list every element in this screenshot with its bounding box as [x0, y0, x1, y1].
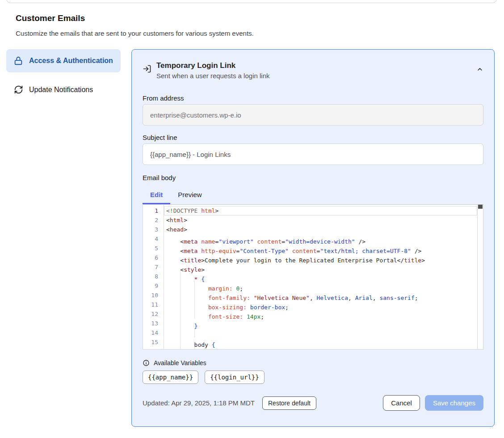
login-icon: [143, 64, 151, 73]
chevron-up-icon: [476, 66, 483, 73]
code-editor[interactable]: 12345678910111213141516 <!DOCTYPE html><…: [143, 204, 483, 350]
code-line: margin: 0;: [164, 281, 477, 291]
restore-default-button[interactable]: Restore default: [262, 396, 316, 410]
sidebar-item-label: Access & Authentication: [29, 55, 113, 66]
code-line: <meta name="viewport" content="width=dev…: [164, 234, 477, 244]
line-number: 7: [143, 262, 158, 272]
code-line: <title>Complete your login to the Replic…: [164, 253, 477, 262]
collapse-panel-button[interactable]: [476, 66, 483, 73]
line-number: 10: [143, 291, 158, 300]
tab-edit[interactable]: Edit: [143, 187, 170, 204]
updated-timestamp: Updated: Apr 29, 2025, 1:18 PM MDT: [143, 399, 255, 407]
refresh-icon: [13, 85, 23, 94]
line-number: 11: [143, 300, 158, 309]
code-line: }: [164, 319, 477, 328]
line-number: 2: [143, 215, 158, 225]
panel-header: Temporary Login Link Sent when a user re…: [143, 60, 483, 81]
subject-line-input[interactable]: [143, 143, 483, 165]
code-line: body {: [164, 337, 477, 347]
code-line: <style>: [164, 262, 477, 272]
email-body-tabbar: EditPreview: [143, 187, 483, 204]
cancel-button[interactable]: Cancel: [383, 395, 420, 411]
line-number: 16: [143, 347, 158, 350]
code-line: [164, 328, 477, 337]
code-line: <meta http-equiv="Content-Type" content=…: [164, 244, 477, 253]
panel-title: Temporary Login Link: [156, 60, 269, 71]
code-line: background-color: #ffffff;: [164, 347, 477, 349]
line-number: 6: [143, 253, 158, 262]
previous-card-bottom-edge: [6, 0, 497, 3]
line-number: 9: [143, 281, 158, 291]
code-line: <html>: [164, 215, 477, 225]
line-number: 1: [143, 206, 158, 215]
variable-chip[interactable]: {{app_name}}: [143, 371, 198, 384]
code-line: font-size: 14px;: [164, 309, 477, 319]
available-variables-label: Available Variables: [154, 359, 206, 366]
line-number: 3: [143, 225, 158, 234]
page-description: Customize the emails that are sent to yo…: [16, 29, 254, 37]
page-title: Customer Emails: [16, 13, 85, 23]
sidebar-item-update-notifications[interactable]: Update Notifications: [6, 79, 121, 101]
panel-subtitle: Sent when a user requests a login link: [156, 71, 269, 81]
info-icon: [143, 359, 150, 366]
temporary-login-link-panel: Temporary Login Link Sent when a user re…: [131, 49, 495, 427]
code-line: box-sizing: border-box;: [164, 300, 477, 309]
from-address-label: From address: [143, 94, 483, 102]
line-number: 5: [143, 244, 158, 253]
from-address-input[interactable]: [143, 104, 483, 126]
variable-chip[interactable]: {{login_url}}: [205, 371, 265, 384]
tab-preview[interactable]: Preview: [170, 187, 209, 204]
settings-sidebar: Access & Authentication Update Notificat…: [6, 49, 121, 101]
line-number: 4: [143, 234, 158, 244]
line-number: 12: [143, 309, 158, 319]
editor-scrollbar-thumb[interactable]: [478, 205, 483, 209]
code-line: font-family: "Helvetica Neue", Helvetica…: [164, 291, 477, 300]
code-line: <!DOCTYPE html>: [164, 206, 477, 215]
sidebar-item-label: Update Notifications: [29, 86, 93, 94]
editor-line-numbers: 12345678910111213141516: [143, 205, 164, 349]
line-number: 14: [143, 328, 158, 337]
sidebar-item-access-authentication[interactable]: Access & Authentication: [6, 49, 121, 72]
available-variables-row: Available Variables: [143, 359, 483, 366]
editor-scrollbar[interactable]: [477, 205, 483, 349]
line-number: 8: [143, 272, 158, 281]
line-number: 15: [143, 337, 158, 347]
code-line: <head>: [164, 225, 477, 234]
panel-footer: Updated: Apr 29, 2025, 1:18 PM MDT Resto…: [143, 395, 483, 411]
email-body-label: Email body: [143, 174, 483, 181]
subject-line-label: Subject line: [143, 134, 483, 141]
code-line: * {: [164, 272, 477, 281]
variable-chips: {{app_name}}{{login_url}}: [143, 371, 483, 384]
lock-icon: [13, 56, 23, 66]
save-changes-button[interactable]: Save changes: [425, 395, 483, 411]
editor-code: <!DOCTYPE html><html><head><meta name="v…: [164, 205, 477, 349]
line-number: 13: [143, 319, 158, 328]
